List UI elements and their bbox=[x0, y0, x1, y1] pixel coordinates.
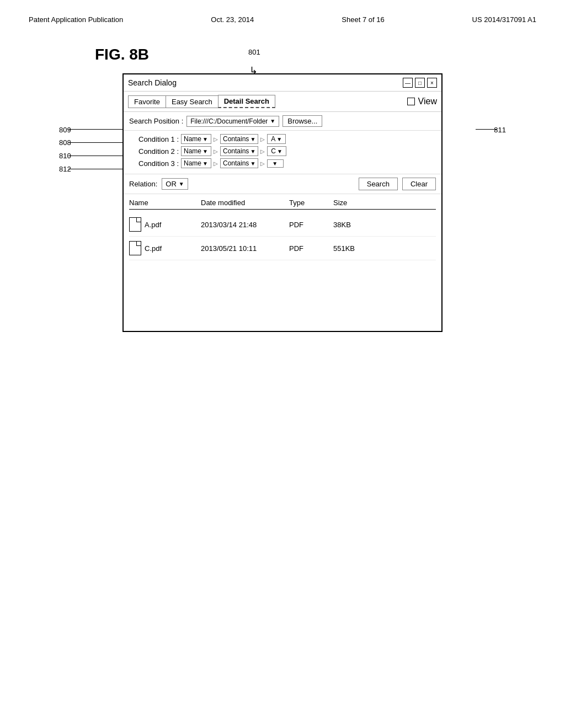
close-button[interactable]: × bbox=[427, 78, 437, 88]
cond2-op-arrow2: ▷ bbox=[260, 148, 265, 154]
maximize-button[interactable]: □ bbox=[415, 78, 425, 88]
col-header-size: Size bbox=[333, 199, 377, 207]
browse-button[interactable]: Browse... bbox=[282, 115, 322, 127]
tab-favorite[interactable]: Favorite bbox=[128, 95, 166, 108]
figure-area: FIG. 8B 801 ↳ 809 808 810 812 811 bbox=[89, 46, 476, 332]
condition-3-field-select[interactable]: Name ▼ bbox=[181, 158, 211, 168]
patent-number: US 2014/317091 A1 bbox=[472, 15, 536, 24]
dialog-ref: 801 bbox=[248, 48, 260, 56]
cond3-arrow-icon: ▷ bbox=[214, 160, 218, 167]
result-row-1[interactable]: A.pdf 2013/03/14 21:48 PDF 38KB bbox=[129, 213, 436, 237]
empty-space bbox=[129, 260, 436, 326]
window-controls: — □ × bbox=[403, 78, 437, 88]
cond2-arrow-icon: ▷ bbox=[214, 148, 218, 154]
clear-button[interactable]: Clear bbox=[402, 178, 436, 190]
file-name-2: C.pdf bbox=[145, 244, 201, 253]
cond1-field-arrow: ▼ bbox=[202, 136, 208, 142]
cond2-val-arrow: ▼ bbox=[277, 148, 282, 154]
relation-select[interactable]: OR ▼ bbox=[162, 178, 188, 190]
relation-dropdown-arrow: ▼ bbox=[179, 181, 184, 187]
cond3-op-arrow2: ▷ bbox=[260, 160, 265, 167]
fig-title-row: FIG. 8B 801 bbox=[89, 46, 476, 63]
col-header-date: Date modified bbox=[201, 199, 289, 207]
condition-1-field-select[interactable]: Name ▼ bbox=[181, 134, 211, 144]
condition-row-3: Condition 3 : Name ▼ ▷ Contains ▼ ▷ bbox=[129, 158, 436, 168]
cond3-op-arrow: ▼ bbox=[250, 160, 255, 167]
path-dropdown-arrow: ▼ bbox=[270, 118, 275, 124]
tab-detail-search[interactable]: Detail Search bbox=[218, 95, 275, 108]
cond1-arrow-icon: ▷ bbox=[214, 136, 218, 142]
file-icon-1 bbox=[129, 217, 141, 232]
label-811: 811 bbox=[494, 126, 506, 134]
col-header-name: Name bbox=[129, 199, 201, 207]
result-row-2[interactable]: C.pdf 2013/05/21 10:11 PDF 551KB bbox=[129, 237, 436, 260]
condition-1-label: Condition 1 : bbox=[129, 135, 179, 143]
conditions-area: Condition 1 : Name ▼ ▷ Contains ▼ ▷ A bbox=[124, 131, 441, 174]
search-button[interactable]: Search bbox=[359, 178, 398, 190]
condition-3-value-field[interactable]: ▼ bbox=[267, 159, 284, 168]
condition-3-label: Condition 3 : bbox=[129, 159, 179, 168]
view-btn-area: View bbox=[407, 97, 437, 106]
results-area: Name Date modified Type Size A.pdf 2013/… bbox=[124, 194, 441, 331]
file-date-1: 2013/03/14 21:48 bbox=[201, 221, 289, 229]
cond3-field-arrow: ▼ bbox=[202, 160, 208, 167]
relation-label: Relation: bbox=[129, 180, 157, 188]
condition-2-field-select[interactable]: Name ▼ bbox=[181, 146, 211, 156]
search-position-row: Search Position : File:///C:/Document/Fo… bbox=[124, 112, 441, 131]
cond1-op-arrow2: ▷ bbox=[260, 136, 265, 142]
file-type-1: PDF bbox=[289, 221, 333, 229]
search-path: File:///C:/Document/Folder bbox=[190, 117, 268, 125]
label-809: 809 bbox=[59, 126, 71, 134]
cond1-op-arrow: ▼ bbox=[250, 136, 255, 142]
cond3-val-arrow: ▼ bbox=[272, 160, 278, 167]
col-header-type: Type bbox=[289, 199, 333, 207]
condition-1-value-field[interactable]: A ▼ bbox=[267, 134, 286, 144]
file-size-2: 551KB bbox=[333, 244, 377, 253]
figure-label: FIG. 8B bbox=[95, 46, 149, 63]
main-content: FIG. 8B 801 ↳ 809 808 810 812 811 bbox=[0, 29, 565, 332]
condition-2-label: Condition 2 : bbox=[129, 147, 179, 156]
file-type-2: PDF bbox=[289, 244, 333, 253]
path-field[interactable]: File:///C:/Document/Folder ▼ bbox=[186, 116, 279, 127]
file-icon-2 bbox=[129, 241, 141, 255]
page-header: Patent Application Publication Oct. 23, … bbox=[0, 0, 565, 29]
condition-row-1: Condition 1 : Name ▼ ▷ Contains ▼ ▷ A bbox=[129, 134, 436, 144]
condition-1-operator-select[interactable]: Contains ▼ bbox=[220, 134, 258, 144]
view-label: View bbox=[418, 97, 437, 106]
dialog-window: Search Dialog — □ × Favorite Easy Search bbox=[122, 73, 443, 332]
minimize-button[interactable]: — bbox=[403, 78, 413, 88]
sheet-info: Sheet 7 of 16 bbox=[342, 15, 384, 24]
search-position-label: Search Position : bbox=[129, 117, 183, 125]
file-size-1: 38KB bbox=[333, 221, 377, 229]
tabs-row: Favorite Easy Search Detail Search View bbox=[124, 92, 441, 112]
condition-2-value-field[interactable]: C ▼ bbox=[267, 146, 286, 156]
relation-row: Relation: OR ▼ Search Clear bbox=[124, 174, 441, 194]
dialog-titlebar: Search Dialog — □ × bbox=[124, 74, 441, 92]
dialog-container: 809 808 810 812 811 Search Dialog — □ × bbox=[89, 73, 476, 332]
condition-2-operator-select[interactable]: Contains ▼ bbox=[220, 146, 258, 156]
condition-row-2: Condition 2 : Name ▼ ▷ Contains ▼ ▷ C bbox=[129, 146, 436, 156]
view-checkbox[interactable] bbox=[407, 98, 415, 105]
file-name-1: A.pdf bbox=[145, 221, 201, 229]
results-header: Name Date modified Type Size bbox=[129, 199, 436, 210]
file-date-2: 2013/05/21 10:11 bbox=[201, 244, 289, 253]
tab-easy-search[interactable]: Easy Search bbox=[166, 95, 218, 108]
cond1-val-arrow: ▼ bbox=[276, 136, 282, 142]
cond2-field-arrow: ▼ bbox=[202, 148, 208, 154]
publication-label: Patent Application Publication bbox=[29, 15, 123, 24]
dialog-title: Search Dialog bbox=[128, 78, 177, 87]
condition-3-operator-select[interactable]: Contains ▼ bbox=[220, 158, 258, 168]
publication-date: Oct. 23, 2014 bbox=[211, 15, 254, 24]
cond2-op-arrow: ▼ bbox=[250, 148, 255, 154]
